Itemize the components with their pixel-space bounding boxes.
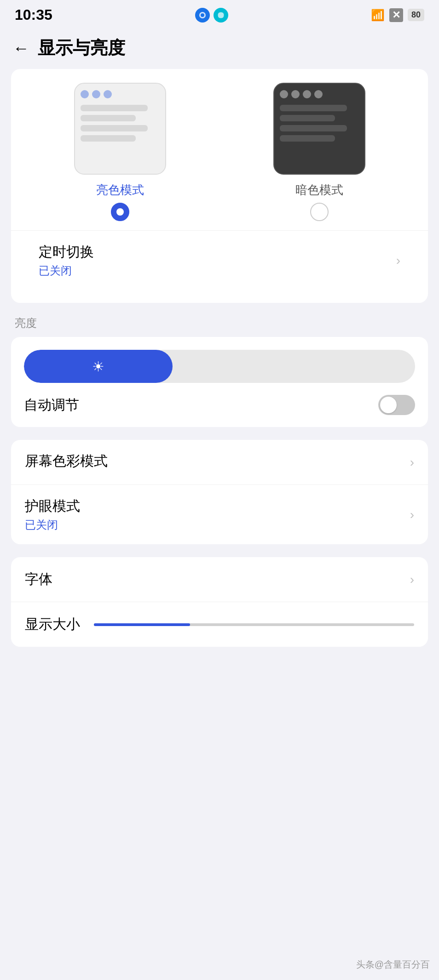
brightness-fill: ☀ [24, 350, 173, 383]
sun-icon: ☀ [92, 359, 104, 375]
font-card: 字体 › 显示大小 [11, 557, 428, 647]
light-mode-radio[interactable] [111, 203, 129, 221]
theme-options: 亮色模式 暗色模式 [25, 83, 414, 221]
radio-inner [116, 208, 124, 216]
display-size-slider[interactable] [94, 623, 414, 626]
dark-mode-label: 暗色模式 [295, 182, 343, 198]
timer-switch-row[interactable]: 定时切换 已关闭 › [25, 231, 414, 290]
eye-protection-chevron: › [410, 507, 414, 522]
dark-line-2 [280, 115, 335, 121]
light-phone-mockup [74, 83, 166, 175]
dark-line-1 [280, 105, 347, 111]
eye-protection-title: 护眼模式 [25, 497, 410, 516]
app-icons [195, 8, 228, 23]
brightness-slider-container[interactable]: ☀ [24, 350, 415, 383]
status-time: 10:35 [15, 6, 52, 23]
line-3 [81, 125, 148, 131]
app-icon-1 [195, 8, 210, 23]
watermark: 头条@含量百分百 [356, 958, 430, 971]
font-title: 字体 [25, 570, 52, 589]
display-size-row[interactable]: 显示大小 [11, 602, 428, 647]
dark-phone-mockup [273, 83, 365, 175]
app-icon-2 [214, 8, 228, 23]
svg-point-1 [201, 13, 204, 17]
light-dots [81, 90, 160, 98]
auto-adjust-row: 自动调节 [11, 383, 428, 427]
wifi-icon: 📶 [371, 9, 385, 22]
status-icons: 📶 ✕ 80 [371, 8, 424, 22]
line-4 [81, 135, 136, 142]
brightness-card: ☀ 自动调节 [11, 337, 428, 427]
screen-color-title: 屏幕色彩模式 [25, 452, 410, 471]
status-bar: 10:35 📶 ✕ 80 [0, 0, 439, 28]
brightness-slider-wrapper: ☀ [11, 337, 428, 383]
screen-color-row[interactable]: 屏幕色彩模式 › [11, 440, 428, 485]
dot-3 [104, 90, 112, 98]
dark-dots [280, 90, 359, 98]
page-header: ← 显示与亮度 [0, 28, 439, 69]
auto-adjust-label: 自动调节 [24, 396, 79, 415]
screen-color-content: 屏幕色彩模式 [25, 452, 410, 473]
dot-2 [92, 90, 100, 98]
dark-dot-3 [303, 90, 311, 98]
dark-line-3 [280, 125, 347, 131]
timer-switch-chevron: › [396, 253, 400, 268]
auto-adjust-toggle[interactable] [378, 395, 415, 415]
battery-icon: 80 [408, 9, 424, 21]
size-slider-fill [94, 623, 190, 626]
timer-switch-subtitle: 已关闭 [39, 263, 396, 278]
line-2 [81, 115, 136, 121]
dark-mode-option[interactable]: 暗色模式 [224, 83, 414, 221]
theme-selector-card: 亮色模式 暗色模式 [11, 69, 428, 303]
brightness-section-label: 亮度 [0, 316, 439, 337]
line-1 [81, 105, 148, 111]
font-chevron: › [410, 572, 414, 587]
dark-dot-2 [291, 90, 300, 98]
dark-dot-4 [314, 90, 323, 98]
light-mode-label: 亮色模式 [96, 182, 144, 198]
dark-line-4 [280, 135, 335, 142]
timer-switch-title: 定时切换 [39, 243, 396, 262]
toggle-knob [380, 397, 397, 413]
font-row[interactable]: 字体 › [11, 557, 428, 602]
screen-color-chevron: › [410, 455, 414, 470]
light-mode-option[interactable]: 亮色模式 [25, 83, 215, 221]
timer-switch-content: 定时切换 已关闭 [39, 243, 396, 278]
eye-protection-content: 护眼模式 已关闭 [25, 497, 410, 532]
eye-protection-subtitle: 已关闭 [25, 518, 410, 532]
dark-mode-radio[interactable] [310, 203, 329, 221]
page-title: 显示与亮度 [38, 36, 125, 60]
eye-protection-row[interactable]: 护眼模式 已关闭 › [11, 485, 428, 544]
light-lines [81, 105, 160, 142]
display-options-card: 屏幕色彩模式 › 护眼模式 已关闭 › [11, 440, 428, 544]
dot-1 [81, 90, 89, 98]
dark-lines [280, 105, 359, 142]
back-button[interactable]: ← [13, 40, 29, 57]
display-size-title: 显示大小 [25, 615, 80, 634]
close-icon: ✕ [389, 8, 403, 22]
dark-dot-1 [280, 90, 288, 98]
